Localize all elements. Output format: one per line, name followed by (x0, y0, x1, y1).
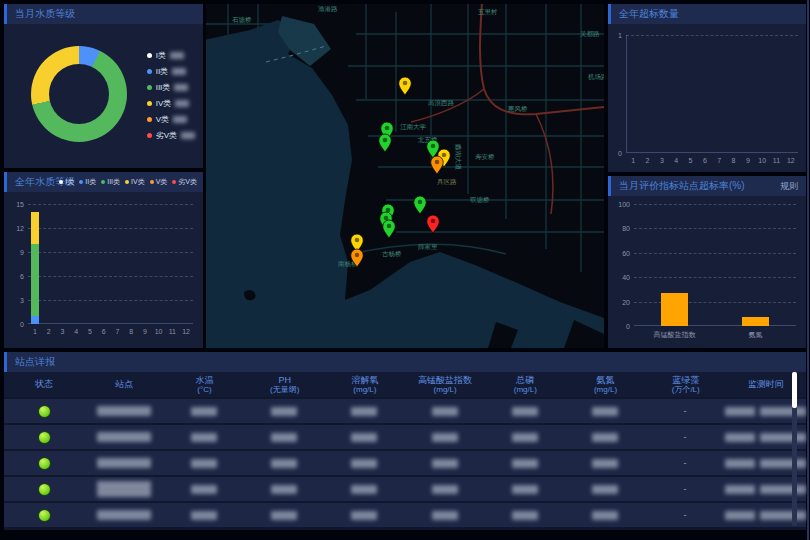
timestamp-redacted (760, 485, 806, 494)
rule-link[interactable]: 规则 (780, 176, 798, 196)
legend-value-redacted (170, 52, 184, 59)
cell-水温 (164, 407, 244, 416)
table-row[interactable]: - (4, 503, 806, 527)
column-header-水温: 水温(°C) (164, 375, 244, 395)
donut-chart-month-quality[interactable] (31, 46, 127, 142)
legend-item-IV类[interactable]: IV类 (125, 177, 145, 187)
cell-蓝绿藻: - (645, 484, 725, 494)
map-label-双塘桥: 双塘桥 (470, 196, 490, 204)
cell-PH (244, 407, 324, 416)
rate-bar-高锰酸盐指数[interactable] (661, 293, 688, 326)
year-quality-legend: I类II类III类IV类V类劣V类 (59, 172, 197, 192)
map-label-机场路: 机场路 (588, 73, 604, 81)
column-unit: (°C) (164, 385, 244, 394)
year-quality-chart[interactable]: 03691215123456789101112 (28, 204, 193, 324)
x-axis-tick: 9 (143, 328, 147, 335)
legend-item-I类[interactable]: I类 (59, 177, 74, 187)
gridline (28, 204, 193, 205)
legend-item-IV类[interactable]: IV类 (147, 98, 195, 109)
legend-label: 劣V类 (178, 177, 197, 187)
panel-month-quality: 当月水质等级 I类II类III类IV类V类劣V类 (4, 4, 203, 168)
map-pin-dot (384, 216, 389, 221)
map-label-五里村: 五里村 (478, 8, 498, 16)
legend-label: III类 (156, 82, 171, 93)
value-redacted (512, 407, 538, 416)
legend-item-III类[interactable]: III类 (147, 82, 195, 93)
cell-站点 (84, 458, 164, 468)
x-axis-tick: 4 (74, 328, 78, 335)
map[interactable]: 石塘桥渔港路五里村吴都路机场路惠风桥高浪西路江南大学北五桥蠡湖大道寿安桥具区路双… (206, 4, 604, 348)
legend-dot-icon (101, 180, 105, 184)
table-row[interactable]: - (4, 451, 806, 475)
legend-item-劣V类[interactable]: 劣V类 (172, 177, 197, 187)
legend-label: IV类 (131, 177, 145, 187)
map-pin-dot (355, 238, 360, 243)
table-scrollbar-track[interactable] (792, 372, 797, 526)
stacked-bar-segment-IV类[interactable] (31, 212, 39, 244)
status-dot-icon (39, 484, 50, 495)
y-axis-tick: 0 (614, 323, 630, 330)
value-redacted (592, 459, 618, 468)
legend-item-V类[interactable]: V类 (147, 114, 195, 125)
x-axis-tick: 3 (660, 157, 664, 164)
table-row[interactable]: - (4, 425, 806, 449)
legend-value-redacted (181, 132, 195, 139)
legend-dot-icon (147, 101, 152, 106)
y-axis-tick: 40 (614, 274, 630, 281)
y-axis-tick: 3 (8, 297, 24, 304)
table-row[interactable]: - (4, 399, 806, 423)
x-axis-tick: 7 (115, 328, 119, 335)
panel-title-month-quality: 当月水质等级 (4, 4, 203, 24)
stacked-bar-segment-III类[interactable] (31, 244, 39, 316)
column-header-总磷: 总磷(mg/L) (485, 375, 565, 395)
column-header-状态: 状态 (4, 379, 84, 389)
column-header-溶解氧: 溶解氧(mg/L) (325, 375, 405, 395)
map-pin-dot (442, 153, 447, 158)
cell-PH (244, 459, 324, 468)
x-axis-tick: 5 (689, 157, 693, 164)
x-axis-tick: 10 (155, 328, 163, 335)
map-pin-dot (418, 200, 423, 205)
timestamp-redacted (725, 511, 755, 520)
rate-bar-氨氮[interactable] (742, 317, 769, 326)
legend-item-II类[interactable]: II类 (147, 66, 195, 77)
legend-item-II类[interactable]: II类 (79, 177, 96, 187)
cell-蓝绿藻: - (645, 406, 725, 416)
value-redacted (512, 485, 538, 494)
value-redacted (432, 433, 458, 442)
map-label-古杨桥: 古杨桥 (382, 250, 402, 258)
column-unit: (mg/L) (565, 385, 645, 394)
table-row[interactable]: - (4, 477, 806, 501)
legend-dot-icon (172, 180, 176, 184)
legend-item-III类[interactable]: III类 (101, 177, 120, 187)
column-header-高锰酸盐指数: 高锰酸盐指数(mg/L) (405, 375, 485, 395)
legend-dot-icon (147, 53, 152, 58)
exceed-rate-chart[interactable]: 020406080100高锰酸盐指数氨氮 (634, 204, 796, 326)
table-scrollbar-thumb[interactable] (792, 372, 797, 408)
map-pin-dot (431, 219, 436, 224)
map-label-蠡湖大道: 蠡湖大道 (455, 144, 462, 171)
stacked-bar-segment-II类[interactable] (31, 316, 39, 324)
cell-水温 (164, 433, 244, 442)
x-axis-tick: 1 (33, 328, 37, 335)
cell-氨氮 (565, 485, 645, 494)
legend-item-I类[interactable]: I类 (147, 50, 195, 61)
value-redacted (271, 459, 297, 468)
legend-item-V类[interactable]: V类 (150, 177, 168, 187)
column-unit: (无量纲) (245, 385, 325, 394)
cell-PH (244, 511, 324, 520)
column-name: 氨氮 (565, 375, 645, 385)
y-axis-tick: 80 (614, 225, 630, 232)
column-name: 溶解氧 (325, 375, 405, 385)
x-axis-tick: 2 (646, 157, 650, 164)
exceed-count-chart[interactable]: 01123456789101112 (626, 35, 798, 153)
value-redacted (592, 433, 618, 442)
cell-站点 (84, 432, 164, 442)
cell-站点 (84, 481, 164, 497)
y-axis-tick: 0 (606, 150, 622, 157)
gridline (28, 276, 193, 277)
map-label-吴都路: 吴都路 (580, 30, 600, 38)
value-redacted (432, 485, 458, 494)
legend-dot-icon (147, 85, 152, 90)
legend-item-劣V类[interactable]: 劣V类 (147, 130, 195, 141)
